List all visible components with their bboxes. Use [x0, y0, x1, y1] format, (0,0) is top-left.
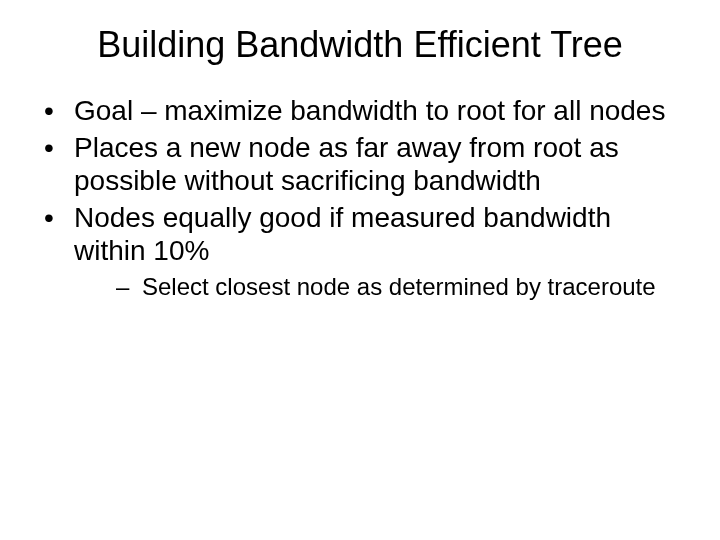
bullet-text: Nodes equally good if measured bandwidth… — [74, 202, 611, 266]
sub-bullet-list: Select closest node as determined by tra… — [74, 273, 684, 302]
sub-bullet-item: Select closest node as determined by tra… — [116, 273, 684, 302]
bullet-text: Places a new node as far away from root … — [74, 132, 619, 196]
slide-body: Goal – maximize bandwidth to root for al… — [0, 94, 720, 302]
bullet-item: Places a new node as far away from root … — [36, 131, 684, 197]
slide: Building Bandwidth Efficient Tree Goal –… — [0, 24, 720, 540]
bullet-item: Nodes equally good if measured bandwidth… — [36, 201, 684, 302]
bullet-item: Goal – maximize bandwidth to root for al… — [36, 94, 684, 127]
bullet-text: Goal – maximize bandwidth to root for al… — [74, 95, 665, 126]
sub-bullet-text: Select closest node as determined by tra… — [142, 273, 656, 300]
slide-title: Building Bandwidth Efficient Tree — [0, 24, 720, 66]
bullet-list: Goal – maximize bandwidth to root for al… — [36, 94, 684, 302]
